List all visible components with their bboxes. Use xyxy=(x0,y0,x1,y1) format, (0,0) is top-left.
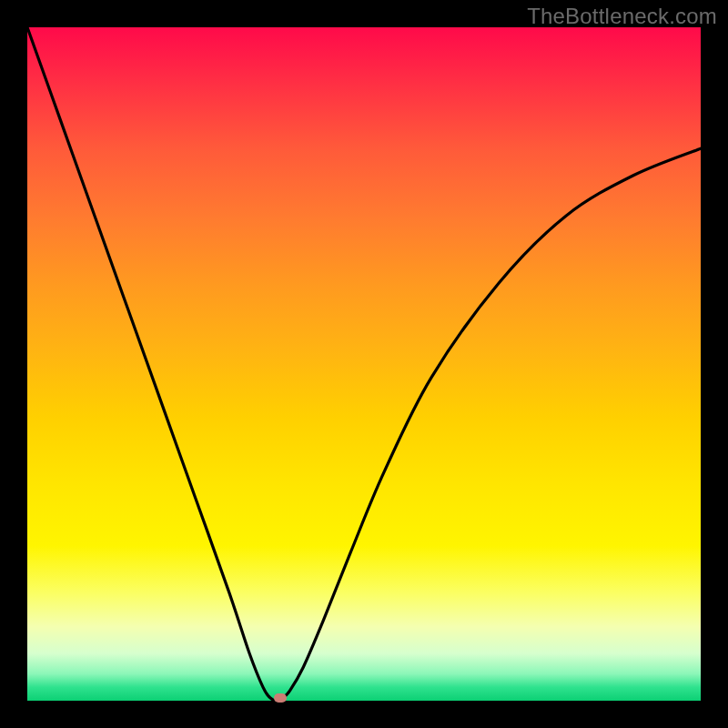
plot-area xyxy=(27,27,701,701)
curve-line xyxy=(27,27,701,701)
chart-frame: TheBottleneck.com xyxy=(0,0,728,728)
optimal-point-marker xyxy=(274,693,287,703)
watermark-text: TheBottleneck.com xyxy=(527,4,717,29)
bottleneck-curve xyxy=(27,27,701,701)
